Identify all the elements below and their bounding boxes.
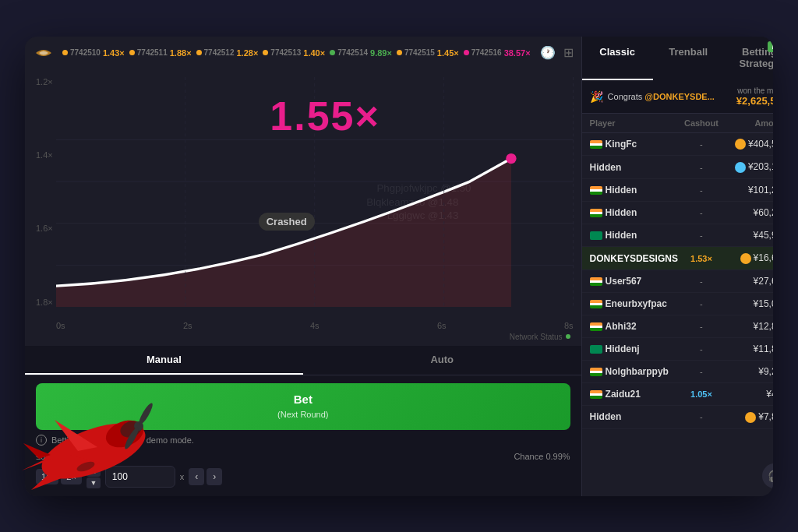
step-down[interactable]: ▼ (87, 477, 101, 488)
cashout-val: - (678, 277, 725, 286)
flag-icon (590, 345, 602, 354)
bet-button[interactable]: Bet (Next Round) (36, 383, 570, 430)
tab-manual[interactable]: Manual (25, 346, 303, 375)
y-label-4: 1.8× (36, 298, 53, 307)
coin-icon (740, 253, 751, 264)
cashout-val: 1.53× (678, 254, 725, 263)
round-item-0[interactable]: 7742510 1.43× (62, 48, 125, 58)
svg-text:Lggigwc @1.43: Lggigwc @1.43 (387, 210, 459, 221)
amount-val: ¥9,200 (725, 366, 773, 377)
table-row: Hidden - ¥7,867 (582, 406, 773, 429)
right-panel: Classic Trenball Betting Strategy New 🎉 … (581, 37, 773, 496)
table-row: Hiddenj - ¥11,827 (582, 338, 773, 361)
tab-trenball[interactable]: Trenball (653, 37, 724, 80)
amount-val: ¥15,074 (725, 298, 773, 309)
left-panel: 7742510 1.43× 7742511 1.88× 7742512 1.28… (25, 37, 581, 496)
round-item-5[interactable]: 7742515 1.45× (397, 48, 459, 58)
amount-val: ¥27,601 (725, 276, 773, 287)
double-button[interactable]: 2× (61, 469, 82, 484)
flag-icon (590, 209, 602, 217)
x-axis: 0s 2s 4s 6s 8s (56, 321, 574, 330)
player-name: Zaidu21 (590, 389, 678, 400)
info-icon: i (36, 435, 47, 446)
chance-label: Chance 0.99% (514, 452, 570, 461)
y-label-2: 1.4× (36, 150, 53, 160)
y-axis: 1.8× 1.6× 1.4× 1.2× (36, 77, 53, 307)
congrats-username: @DONKEYSDE... (644, 92, 715, 101)
coin-icon (735, 139, 746, 150)
tab-classic[interactable]: Classic (582, 37, 653, 80)
flag-icon (590, 186, 602, 195)
half-button[interactable]: 1/2 (36, 469, 58, 484)
amount-val: ¥203,111 (725, 161, 773, 173)
amount-val: ¥16,687 (725, 252, 773, 264)
player-name: Hidden (590, 185, 678, 196)
cashout-input[interactable] (105, 466, 175, 488)
leaderboard-header: Player Cashout Amount (582, 114, 773, 133)
round-item-2[interactable]: 7742512 1.28× (196, 48, 259, 58)
round-item-1[interactable]: 7742511 1.88× (129, 48, 192, 58)
cashout-val: - (678, 299, 725, 308)
round-item-3[interactable]: 7742513 1.40× (263, 48, 325, 58)
congrats-amount: ¥2,625,594 (736, 95, 773, 107)
player-name: Abhi32 (590, 321, 678, 332)
table-row: Hidden - ¥101,206 (582, 179, 773, 202)
headphone-icon: 🎧 (768, 470, 773, 482)
coin-icon (745, 412, 756, 423)
nav-buttons: ‹ › (189, 468, 222, 485)
step-up[interactable]: ▲ (87, 466, 101, 477)
flag-icon (590, 140, 602, 149)
multiplier-display: 1.55× (270, 93, 380, 139)
grid-icon[interactable]: ⊞ (563, 45, 574, 60)
player-name: Hidden (590, 230, 678, 241)
cashout-val: - (678, 412, 725, 421)
player-name: Hidden (590, 162, 678, 173)
clock-icon[interactable]: 🕐 (540, 45, 556, 60)
x-label-6: 6s (437, 321, 447, 330)
cashout-val: - (678, 367, 725, 376)
table-row: Eneurbxyfpac - ¥15,074 (582, 293, 773, 315)
table-row: Zaidu21 1.05× ¥460 (582, 383, 773, 406)
leaderboard-rows: KingFc - ¥404,523 Hidden - ¥203,111 Hidd… (582, 133, 773, 496)
logo-icon (33, 45, 55, 61)
ngn-label: ≤0NGN (36, 452, 65, 461)
x-label-8: 8s (564, 321, 574, 330)
nav-next[interactable]: › (207, 468, 222, 485)
nav-prev[interactable]: ‹ (189, 468, 204, 485)
table-row: KingFc - ¥404,523 (582, 133, 773, 157)
player-name: Hidden (590, 411, 678, 422)
cashout-val: 1.05× (678, 389, 725, 399)
table-row: DONKEYSDESIGNS 1.53× ¥16,687 (582, 247, 773, 270)
svg-text:Blqkleamzco @1.48: Blqkleamzco @1.48 (366, 196, 458, 207)
bet-tabs: Manual Auto (25, 346, 581, 375)
bet-controls: Bet (Next Round) i Betting with $0 will … (25, 375, 581, 496)
network-dot (566, 334, 570, 339)
flag-icon (590, 300, 602, 308)
flag-icon (590, 231, 602, 240)
cashout-val: - (678, 185, 725, 195)
cashout-val: - (678, 231, 725, 240)
coin-icon (735, 162, 746, 173)
header-cashout: Cashout (678, 118, 725, 128)
tab-betting-strategy[interactable]: Betting Strategy (724, 37, 773, 80)
player-name: Nolghbarppyb (590, 366, 678, 377)
round-item-4[interactable]: 7742514 9.89× (330, 48, 392, 58)
table-row: Hidden - ¥45,990 (582, 224, 773, 247)
cashout-val: - (678, 344, 725, 354)
new-badge: New (768, 41, 773, 52)
stepper[interactable]: ▲ ▼ (87, 466, 101, 488)
right-tabs: Classic Trenball Betting Strategy New (582, 37, 773, 80)
congrats-bar: 🎉 Congrats @DONKEYSDE... won the most! ¥… (582, 80, 773, 114)
cashout-val: - (678, 208, 725, 217)
chart-area: 1.55× Crashed 1.8× 1.6× 1.4× 1.2× (25, 69, 581, 346)
congrats-text: Congrats @DONKEYSDE... (608, 92, 732, 101)
tab-auto[interactable]: Auto (303, 346, 581, 375)
cashout-val: - (678, 139, 725, 149)
player-name: Hiddenj (590, 344, 678, 354)
table-row: Hidden - ¥203,111 (582, 156, 773, 179)
autocashout-label: Auto cash out (69, 452, 122, 461)
bet-row: ≤0NGN Auto cash out Chance 0.99% (36, 452, 570, 461)
amount-val: ¥101,206 (725, 185, 773, 196)
round-item-6[interactable]: 7742516 38.57× (464, 48, 531, 58)
header-amount: Amount (725, 118, 773, 128)
